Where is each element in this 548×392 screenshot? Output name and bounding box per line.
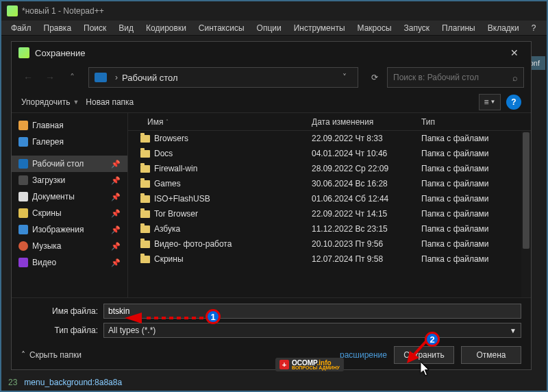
sidebar-icon — [18, 121, 28, 130]
column-headers: Имя˄ Дата изменения Тип — [128, 113, 531, 131]
sidebar-icon — [18, 137, 28, 147]
sidebar-label: Скрины — [32, 208, 62, 218]
row-type: Папка с файлами — [416, 164, 531, 173]
scrollbar-thumb[interactable] — [523, 132, 530, 249]
row-name: Скрины — [154, 254, 184, 264]
sidebar-item[interactable]: Документы📌 — [12, 188, 127, 205]
row-date: 30.06.2024 Вс 16:28 — [306, 179, 416, 188]
sidebar-item[interactable]: Главная — [12, 117, 127, 134]
sidebar-item[interactable]: Галерея — [12, 134, 127, 150]
table-row[interactable]: Browsers22.09.2022 Чт 8:33Папка с файлам… — [128, 131, 531, 146]
forward-button[interactable]: → — [40, 68, 60, 87]
organize-button[interactable]: Упорядочить ▼ — [21, 97, 79, 107]
row-date: 22.09.2022 Чт 8:33 — [306, 134, 416, 143]
chevron-icon: › — [115, 73, 118, 82]
row-date: 28.09.2022 Ср 22:09 — [306, 164, 416, 173]
row-type: Папка с файлами — [416, 209, 531, 219]
folder-icon — [140, 180, 150, 188]
menubar: Файл Правка Поиск Вид Кодировки Синтакси… — [1, 21, 547, 36]
sidebar-item[interactable]: Изображения📌 — [12, 221, 127, 238]
menu-help[interactable]: ? — [526, 22, 542, 34]
refresh-button[interactable]: ⟳ — [365, 68, 384, 87]
menu-plugins[interactable]: Плагины — [436, 22, 481, 34]
desktop-icon — [95, 73, 107, 82]
col-type[interactable]: Тип — [416, 117, 531, 127]
cancel-button[interactable]: Отмена — [461, 346, 521, 364]
folder-icon — [140, 165, 150, 173]
folder-icon — [140, 225, 150, 233]
sidebar-icon — [18, 258, 28, 267]
pin-icon: 📌 — [111, 258, 121, 267]
filetype-label: Тип файла: — [21, 326, 98, 335]
folder-icon — [140, 241, 150, 248]
menu-view[interactable]: Вид — [113, 22, 139, 34]
menu-encoding[interactable]: Кодировки — [140, 22, 192, 34]
menu-search[interactable]: Поиск — [78, 22, 112, 34]
sidebar-label: Главная — [32, 121, 64, 130]
hide-folders-toggle[interactable]: ˄ Скрыть папки — [21, 350, 82, 360]
sidebar-label: Документы — [32, 192, 75, 201]
table-row[interactable]: Games30.06.2024 Вс 16:28Папка с файлами — [128, 176, 531, 191]
chevron-down-icon[interactable]: ˅ — [337, 73, 352, 82]
table-row[interactable]: Firewall-win28.09.2022 Ср 22:09Папка с ф… — [128, 161, 531, 176]
table-row[interactable]: Tor Browser22.09.2022 Чт 14:15Папка с фа… — [128, 206, 531, 221]
sidebar-item[interactable]: Рабочий стол📌 — [12, 156, 127, 172]
app-title: *новый 1 - Notepad++ — [22, 6, 104, 16]
col-date[interactable]: Дата изменения — [306, 117, 416, 127]
pin-icon: 📌 — [111, 242, 121, 251]
search-box[interactable]: ⌕ — [387, 67, 524, 88]
menu-tools[interactable]: Инструменты — [288, 22, 351, 34]
annotation-2: 2 — [425, 332, 440, 347]
menu-options[interactable]: Опции — [251, 22, 287, 34]
help-button[interactable]: ? — [506, 95, 521, 110]
menu-syntax[interactable]: Синтаксисы — [193, 22, 250, 34]
sidebar-label: Видео — [32, 258, 56, 267]
sidebar-item[interactable]: Музыка📌 — [12, 238, 127, 254]
extension-link[interactable]: расширение — [340, 350, 387, 360]
sidebar-label: Рабочий стол — [32, 159, 84, 169]
sidebar-item[interactable]: Скрины📌 — [12, 205, 127, 221]
menu-macros[interactable]: Макросы — [352, 22, 397, 34]
sidebar-label: Галерея — [32, 137, 64, 147]
menu-tabs[interactable]: Вкладки — [482, 22, 525, 34]
sidebar-item[interactable]: Видео📌 — [12, 254, 127, 271]
menu-edit[interactable]: Правка — [38, 22, 77, 34]
table-row[interactable]: Docs04.01.2024 Чт 10:46Папка с файлами — [128, 146, 531, 161]
new-folder-button[interactable]: Новая папка — [86, 97, 134, 107]
notepadpp-window: *новый 1 - Notepad++ Файл Правка Поиск В… — [0, 0, 548, 392]
pin-icon: 📌 — [111, 176, 121, 185]
row-date: 20.10.2023 Пт 9:56 — [306, 239, 416, 249]
back-button[interactable]: ← — [18, 68, 38, 87]
menu-run[interactable]: Запуск — [399, 22, 436, 34]
table-row[interactable]: ISO+FlashUSB01.06.2024 Сб 12:44Папка с ф… — [128, 191, 531, 206]
breadcrumb[interactable]: › Рабочий стол ˅ — [88, 67, 358, 88]
filename-label: Имя файла: — [21, 306, 98, 316]
breadcrumb-label[interactable]: Рабочий стол — [122, 73, 178, 83]
scrollbar[interactable] — [521, 131, 531, 297]
annotation-1: 1 — [206, 309, 221, 324]
menu-file[interactable]: Файл — [5, 22, 37, 34]
sidebar-icon — [18, 208, 28, 218]
col-name[interactable]: Имя˄ — [128, 117, 306, 127]
watermark-badge: + OCOMP.info ВОПРОСЫ АДМИНУ — [275, 358, 344, 371]
close-button[interactable]: ✕ — [505, 45, 524, 61]
row-date: 11.12.2022 Вс 23:15 — [306, 224, 416, 234]
dialog-title: Сохранение — [35, 48, 505, 58]
table-row[interactable]: Азбука11.12.2022 Вс 23:15Папка с файлами — [128, 221, 531, 236]
dialog-footer: Имя файла: Тип файла: All types (*.*) ▼ … — [12, 297, 531, 369]
up-button[interactable]: ˄ — [62, 68, 82, 87]
editor-line: 23 menu_background:8a8a8a — [8, 376, 540, 389]
table-row[interactable]: Видео- фото-работа20.10.2023 Пт 9:56Папк… — [128, 236, 531, 252]
filetype-select[interactable]: All types (*.*) ▼ — [103, 323, 521, 338]
search-icon[interactable]: ⌕ — [512, 73, 518, 83]
search-input[interactable] — [393, 73, 512, 82]
svg-marker-1 — [125, 313, 142, 323]
table-row[interactable]: Скрины12.07.2024 Пт 9:58Папка с файлами — [128, 252, 531, 267]
dialog-icon — [18, 47, 29, 58]
sidebar-item[interactable]: Загрузки📌 — [12, 172, 127, 188]
view-mode-button[interactable]: ≡ ▼ — [479, 94, 501, 110]
folder-icon — [140, 210, 150, 218]
file-list: Имя˄ Дата изменения Тип Browsers22.09.20… — [128, 113, 531, 297]
row-name: Games — [154, 179, 181, 188]
folder-icon — [140, 135, 150, 143]
